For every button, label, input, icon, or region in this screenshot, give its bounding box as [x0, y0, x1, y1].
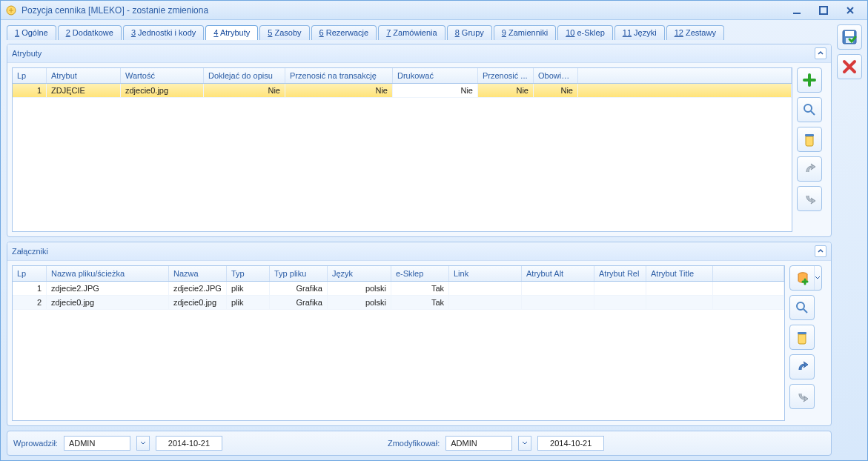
- tab-zestawy[interactable]: 12 Zestawy: [666, 25, 724, 40]
- svg-rect-1: [793, 13, 801, 14]
- col-typ[interactable]: Typ: [227, 266, 270, 281]
- attachments-toolbar: [789, 261, 831, 425]
- col-sciezka[interactable]: Nazwa pliku/ścieżka: [47, 266, 169, 281]
- cell-esklep: Tak: [391, 282, 449, 295]
- zmodyfikowal-dropdown[interactable]: [518, 436, 531, 451]
- tab-dodatkowe[interactable]: 2 Dodatkowe: [58, 25, 122, 40]
- window: Pozycja cennika [MLEKO] - zostanie zmien…: [0, 0, 868, 461]
- cell-typ: plik: [227, 282, 270, 295]
- cell-typpliku: Grafika: [270, 282, 328, 295]
- col-wartosc[interactable]: Wartość: [121, 68, 204, 83]
- col-nazwa[interactable]: Nazwa: [169, 266, 227, 281]
- wprowadzil-label: Wprowadził:: [13, 439, 58, 448]
- wprowadzil-date: 2014-10-21: [156, 436, 222, 451]
- save-button[interactable]: [837, 24, 862, 50]
- cell-lp: 1: [13, 282, 47, 295]
- attributes-panel: Atrybuty Lp Atrybut Wartość Dokle: [7, 44, 832, 237]
- attributes-header: Atrybuty: [7, 44, 831, 63]
- move-down-button[interactable]: [789, 384, 815, 409]
- tab-zasoby[interactable]: 5 Zasoby: [259, 25, 309, 40]
- search-button[interactable]: [797, 97, 822, 122]
- tab-zamienniki[interactable]: 9 Zamienniki: [494, 25, 556, 40]
- tab-grupy[interactable]: 8 Grupy: [447, 25, 492, 40]
- cell-title: [646, 282, 713, 295]
- cell-przenosic: Nie: [478, 84, 534, 97]
- attributes-rows: 1 ZDJĘCIE zdjecie0.jpg Nie Nie Nie Nie N…: [13, 84, 792, 231]
- col-filler: [578, 68, 792, 83]
- table-row[interactable]: 2 zdjecie0.jpg zdjecie0.jpg plik Grafika…: [13, 296, 784, 310]
- col-jezyk[interactable]: Język: [328, 266, 391, 281]
- svg-rect-9: [845, 31, 854, 36]
- add-button[interactable]: [797, 67, 822, 93]
- attributes-collapse-button[interactable]: [815, 47, 826, 59]
- delete-button[interactable]: [797, 127, 822, 152]
- cell-atrybut: ZDJĘCIE: [47, 84, 121, 97]
- attributes-toolbar: [797, 63, 831, 236]
- cell-title: [646, 296, 713, 309]
- cell-wartosc: zdjecie0.jpg: [121, 84, 204, 97]
- add-attachment-button[interactable]: [789, 265, 822, 291]
- col-atrybut[interactable]: Atrybut: [47, 68, 121, 83]
- attributes-grid-header: Lp Atrybut Wartość Doklejać do opisu Prz…: [13, 68, 792, 84]
- close-button[interactable]: [837, 54, 862, 79]
- tab-jednostki-i-kody[interactable]: 3 Jednostki i kody: [123, 25, 204, 40]
- tab-zamówienia[interactable]: 7 Zamówienia: [378, 25, 445, 40]
- tab-e-sklep[interactable]: 10 e-Sklep: [557, 25, 613, 40]
- zmodyfikowal-date: 2014-10-21: [537, 436, 604, 451]
- col-link[interactable]: Link: [449, 266, 522, 281]
- attributes-title: Atrybuty: [12, 49, 42, 58]
- close-button[interactable]: [838, 4, 863, 17]
- tab-rezerwacje[interactable]: 6 Rezerwacje: [311, 25, 377, 40]
- cell-jezyk: polski: [328, 296, 391, 309]
- attachments-grid[interactable]: Lp Nazwa pliku/ścieżka Nazwa Typ Typ pli…: [12, 265, 785, 421]
- cell-nazwa: zdjecie2.JPG: [169, 282, 227, 295]
- tab-ogólne[interactable]: 1 Ogólne: [7, 25, 56, 40]
- col-typpliku[interactable]: Typ pliku: [270, 266, 328, 281]
- svg-rect-7: [798, 332, 806, 334]
- wprowadzil-dropdown[interactable]: [136, 436, 150, 451]
- col-przenosic[interactable]: Przenosić ...: [478, 68, 534, 83]
- move-up-button[interactable]: [797, 156, 822, 182]
- col-lp[interactable]: Lp: [13, 266, 47, 281]
- tab-atrybuty[interactable]: 4 Atrybuty: [205, 25, 258, 40]
- attachments-body: Lp Nazwa pliku/ścieżka Nazwa Typ Typ pli…: [7, 261, 831, 425]
- svg-point-6: [797, 302, 804, 310]
- window-body: 1 Ogólne2 Dodatkowe3 Jednostki i kody4 A…: [1, 20, 867, 460]
- cell-sciezka: zdjecie2.JPG: [47, 282, 169, 295]
- col-obow[interactable]: Obowiąz...: [534, 68, 578, 83]
- search-button[interactable]: [789, 295, 815, 320]
- col-doklejac[interactable]: Doklejać do opisu: [204, 68, 285, 83]
- dropdown-arrow-icon[interactable]: [814, 266, 820, 290]
- zmodyfikowal-label: Zmodyfikował:: [388, 439, 440, 448]
- col-filler: [713, 266, 784, 281]
- col-rel[interactable]: Atrybut Rel: [594, 266, 646, 281]
- wprowadzil-user: ADMIN: [64, 436, 130, 451]
- table-row[interactable]: 1 zdjecie2.JPG zdjecie2.JPG plik Grafika…: [13, 282, 784, 296]
- attributes-grid[interactable]: Lp Atrybut Wartość Doklejać do opisu Prz…: [12, 67, 792, 232]
- window-title: Pozycja cennika [MLEKO] - zostanie zmien…: [21, 5, 783, 16]
- move-down-button[interactable]: [797, 186, 822, 211]
- attachments-rows: 1 zdjecie2.JPG zdjecie2.JPG plik Grafika…: [13, 282, 784, 420]
- attachments-collapse-button[interactable]: [815, 245, 826, 257]
- attachments-grid-header: Lp Nazwa pliku/ścieżka Nazwa Typ Typ pli…: [13, 266, 784, 282]
- col-drukowac[interactable]: Drukować: [393, 68, 478, 83]
- col-title[interactable]: Atrybut Title: [646, 266, 713, 281]
- svg-rect-2: [820, 7, 827, 14]
- maximize-button[interactable]: [811, 4, 836, 17]
- cell-rel: [594, 282, 646, 295]
- delete-button[interactable]: [789, 325, 815, 350]
- col-esklep[interactable]: e-Sklep: [391, 266, 449, 281]
- cell-lp: 1: [13, 84, 47, 97]
- tab-języki[interactable]: 11 Języki: [614, 25, 665, 40]
- table-row[interactable]: 1 ZDJĘCIE zdjecie0.jpg Nie Nie Nie Nie N…: [13, 84, 792, 98]
- cell-drukowac: Nie: [393, 84, 478, 97]
- titlebar: Pozycja cennika [MLEKO] - zostanie zmien…: [1, 1, 867, 20]
- minimize-button[interactable]: [784, 4, 809, 17]
- col-lp[interactable]: Lp: [13, 68, 47, 83]
- cell-alt: [522, 282, 594, 295]
- col-przen-trans[interactable]: Przenosić na transakcję: [285, 68, 393, 83]
- move-up-button[interactable]: [789, 354, 815, 379]
- col-alt[interactable]: Atrybut Alt: [522, 266, 594, 281]
- cell-link: [449, 296, 522, 309]
- cell-link: [449, 282, 522, 295]
